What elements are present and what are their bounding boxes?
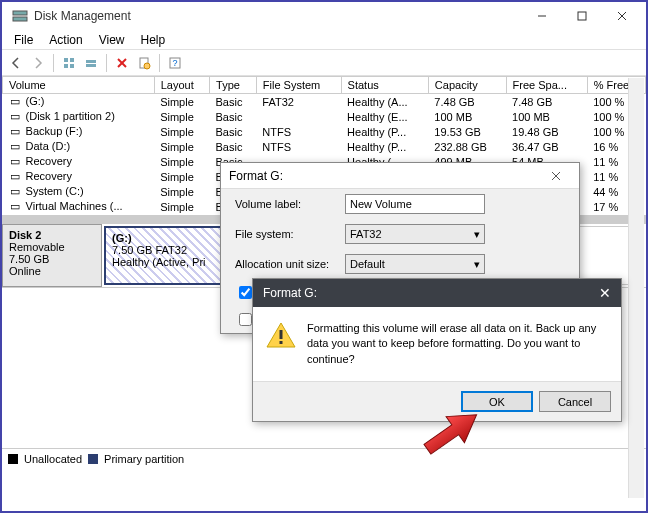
column-header[interactable]: Free Spa... [506, 77, 587, 94]
disk-state: Online [9, 265, 95, 277]
legend: Unallocated Primary partition [2, 448, 646, 468]
help-icon[interactable]: ? [165, 53, 185, 73]
properties-icon[interactable] [134, 53, 154, 73]
chevron-down-icon: ▾ [474, 228, 480, 241]
table-row[interactable]: ▭ Backup (F:)SimpleBasicNTFSHealthy (P..… [3, 124, 646, 139]
view-icon[interactable] [59, 53, 79, 73]
swatch-primary [88, 454, 98, 464]
column-header[interactable]: Status [341, 77, 428, 94]
window-titlebar: Disk Management [2, 2, 646, 30]
column-header[interactable]: Layout [154, 77, 209, 94]
table-row[interactable]: ▭ (G:)SimpleBasicFAT32Healthy (A...7.48 … [3, 94, 646, 110]
svg-rect-1 [13, 17, 27, 21]
menubar: File Action View Help [2, 30, 646, 50]
swatch-unallocated [8, 454, 18, 464]
back-button[interactable] [6, 53, 26, 73]
column-header[interactable]: Volume [3, 77, 155, 94]
format-dialog-title: Format G: [229, 169, 283, 183]
disk-type: Removable [9, 241, 95, 253]
filesystem-select[interactable]: FAT32 ▾ [345, 224, 485, 244]
format-dialog-close[interactable] [541, 166, 571, 186]
svg-rect-21 [280, 330, 283, 339]
legend-unallocated: Unallocated [24, 453, 82, 465]
confirm-dialog: Format G: ✕ Formatting this volume will … [252, 278, 622, 422]
column-header[interactable]: Capacity [428, 77, 506, 94]
delete-icon[interactable] [112, 53, 132, 73]
svg-rect-9 [70, 64, 74, 68]
maximize-button[interactable] [562, 4, 602, 28]
warning-icon [265, 321, 297, 349]
svg-rect-6 [64, 58, 68, 62]
svg-rect-3 [578, 12, 586, 20]
menu-help[interactable]: Help [133, 31, 174, 49]
app-icon [12, 8, 28, 24]
window-title: Disk Management [34, 9, 522, 23]
allocation-select[interactable]: Default ▾ [345, 254, 485, 274]
svg-point-15 [144, 63, 150, 69]
forward-button[interactable] [28, 53, 48, 73]
legend-primary: Primary partition [104, 453, 184, 465]
svg-rect-11 [86, 64, 96, 67]
vertical-scrollbar[interactable] [628, 78, 644, 498]
volume-size: 7.50 GB FAT32 [112, 244, 216, 256]
allocation-label: Allocation unit size: [235, 258, 345, 270]
toolbar: ? [2, 50, 646, 76]
ok-button[interactable]: OK [461, 391, 533, 412]
disk-size: 7.50 GB [9, 253, 95, 265]
volume-box[interactable]: (G:) 7.50 GB FAT32 Healthy (Active, Pri [104, 226, 224, 285]
menu-file[interactable]: File [6, 31, 41, 49]
quick-format-checkbox[interactable] [239, 286, 252, 299]
column-header[interactable]: Type [210, 77, 257, 94]
close-button[interactable] [602, 4, 642, 28]
table-row[interactable]: ▭ (Disk 1 partition 2)SimpleBasicHealthy… [3, 109, 646, 124]
volume-status: Healthy (Active, Pri [112, 256, 216, 268]
svg-rect-10 [86, 60, 96, 63]
column-header[interactable]: File System [256, 77, 341, 94]
volume-label-input[interactable] [345, 194, 485, 214]
enable-checkbox[interactable] [239, 313, 252, 326]
svg-text:?: ? [172, 58, 177, 68]
menu-action[interactable]: Action [41, 31, 90, 49]
filesystem-label: File system: [235, 228, 345, 240]
confirm-dialog-close[interactable]: ✕ [599, 285, 611, 301]
confirm-dialog-title: Format G: [263, 286, 317, 300]
cancel-button[interactable]: Cancel [539, 391, 611, 412]
refresh-icon[interactable] [81, 53, 101, 73]
volume-label-label: Volume label: [235, 198, 345, 210]
minimize-button[interactable] [522, 4, 562, 28]
svg-rect-0 [13, 11, 27, 15]
disk-info[interactable]: Disk 2 Removable 7.50 GB Online [2, 224, 102, 287]
menu-view[interactable]: View [91, 31, 133, 49]
chevron-down-icon: ▾ [474, 258, 480, 271]
volume-label: (G:) [112, 232, 216, 244]
svg-rect-22 [280, 341, 283, 344]
svg-rect-7 [70, 58, 74, 62]
disk-name: Disk 2 [9, 229, 95, 241]
svg-rect-8 [64, 64, 68, 68]
confirm-message: Formatting this volume will erase all da… [307, 321, 609, 367]
table-row[interactable]: ▭ Data (D:)SimpleBasicNTFSHealthy (P...2… [3, 139, 646, 154]
